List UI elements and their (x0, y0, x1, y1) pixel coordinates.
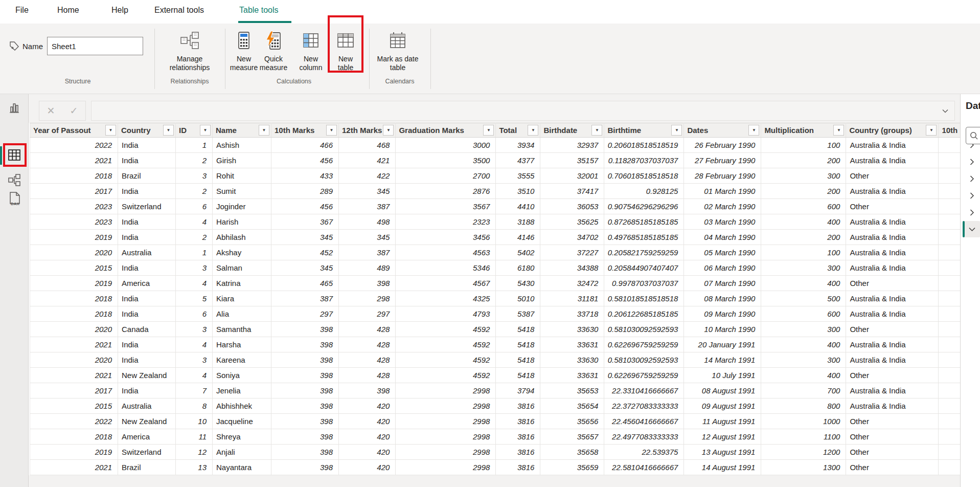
filter-dropdown-icon[interactable]: ▼ (259, 125, 269, 136)
dax-query-view-button[interactable]: DAX (8, 191, 21, 207)
filter-dropdown-icon[interactable]: ▼ (163, 125, 174, 136)
chevron-right-icon[interactable] (968, 191, 976, 200)
filter-dropdown-icon[interactable]: ▼ (105, 125, 116, 136)
group-label-calculations: Calculations (277, 78, 311, 85)
cell-country: India (118, 260, 176, 276)
filter-dropdown-icon[interactable]: ▼ (383, 125, 394, 136)
cell-id: 4 (176, 368, 213, 383)
cancel-x-icon[interactable]: ✕ (47, 106, 55, 116)
cell-multiplication: 1300 (761, 460, 846, 475)
column-header-birthtime[interactable]: Birthtime▼ (604, 123, 684, 138)
cell-multiplication: 1100 (761, 429, 846, 445)
cell-year-of-passout: 2018 (30, 168, 118, 184)
table-name-input[interactable] (47, 37, 143, 55)
cell-10th-marks: 398 (271, 414, 339, 429)
filter-dropdown-icon[interactable]: ▼ (748, 125, 759, 136)
column-header-10th-marks[interactable]: 10th Marks▼ (271, 123, 339, 138)
filter-dropdown-icon[interactable]: ▼ (833, 125, 844, 136)
column-header-12th-marks[interactable]: 12th Marks▼ (339, 123, 396, 138)
cell-graduation-marks: 2998 (396, 429, 496, 445)
chevron-right-icon[interactable] (968, 174, 976, 183)
cell-country-groups-: Other (846, 445, 939, 460)
field-list-table[interactable] (968, 187, 980, 204)
chevron-right-icon[interactable] (968, 208, 976, 216)
field-list-table-selected[interactable] (963, 221, 980, 237)
cell-birthtime: 22.3727083333333 (604, 399, 684, 414)
cell-12th-marks: 428 (339, 322, 396, 337)
filter-dropdown-icon[interactable]: ▼ (200, 125, 211, 136)
filter-dropdown-icon[interactable]: ▼ (926, 125, 937, 136)
cell-country: India (118, 214, 176, 230)
cell-multiplication: 500 (761, 291, 846, 306)
cell-dates: 07 March 1990 (684, 276, 761, 291)
cell-country: New Zealand (118, 368, 176, 383)
filter-dropdown-icon[interactable]: ▼ (671, 125, 682, 136)
cell-country: India (118, 352, 176, 368)
field-list-table[interactable] (968, 204, 980, 220)
manage-relationships-button[interactable]: Managerelationships (162, 28, 218, 72)
filter-dropdown-icon[interactable]: ▼ (483, 125, 494, 136)
column-header-year-of-passout[interactable]: Year of Passout▼ (30, 123, 118, 138)
filter-dropdown-icon[interactable]: ▼ (528, 125, 538, 136)
cell-multiplication: 400 (761, 214, 846, 230)
column-header-total[interactable]: Total▼ (496, 123, 540, 138)
cell-id: 5 (176, 291, 213, 306)
cell-total: 3188 (496, 214, 540, 230)
cell-name: Harish (213, 214, 271, 230)
cell-birthtime: 0.872685185185185 (604, 214, 684, 230)
formula-expand-chevron-icon[interactable] (941, 107, 949, 115)
cell-id: 10 (176, 414, 213, 429)
cell-birthtime: 0.205844907407407 (604, 260, 684, 276)
model-view-button[interactable] (8, 173, 21, 187)
cell-dates: 01 March 1990 (684, 184, 761, 199)
column-header-country-groups-[interactable]: Country (groups)▼ (846, 123, 939, 138)
column-header-dates[interactable]: Dates▼ (684, 123, 761, 138)
cell-birthdate: 35658 (540, 445, 604, 460)
cell-country: India (118, 153, 176, 168)
cell-10th-marks: 398 (271, 429, 339, 445)
data-pane-search-input[interactable] (966, 127, 980, 144)
cell-12th-marks: 420 (339, 399, 396, 414)
cell-birthtime: 0.581018518518518 (604, 291, 684, 306)
mark-as-date-table-button[interactable]: Mark as datetable (370, 28, 426, 72)
cell-graduation-marks: 4567 (396, 276, 496, 291)
cell-name: Kiara (213, 291, 271, 306)
tab-table-tools[interactable]: Table tools (239, 6, 279, 15)
cell-country: Switzerland (118, 445, 176, 460)
cell-10th-marks: 289 (271, 184, 339, 199)
cell-12th-marks: 398 (339, 383, 396, 399)
chevron-right-icon[interactable] (968, 158, 976, 166)
tab-help[interactable]: Help (111, 6, 128, 15)
column-header-country[interactable]: Country▼ (118, 123, 176, 138)
column-header-graduation-marks[interactable]: Graduation Marks▼ (396, 123, 496, 138)
cell-multiplication: 300 (761, 352, 846, 368)
commit-check-icon[interactable]: ✓ (70, 106, 78, 116)
column-header-birthdate[interactable]: Birthdate▼ (540, 123, 604, 138)
tab-external-tools[interactable]: External tools (154, 6, 204, 15)
table-row: 2022New Zealand10Jacqueline3984202998381… (30, 414, 971, 429)
column-header-multiplication[interactable]: Multiplication▼ (761, 123, 846, 138)
group-label-relationships: Relationships (170, 78, 209, 85)
column-header-name[interactable]: Name▼ (213, 123, 271, 138)
formula-input[interactable] (91, 101, 955, 121)
filter-dropdown-icon[interactable]: ▼ (326, 125, 337, 136)
cell-10th-marks: 398 (271, 445, 339, 460)
cell-10th-marks: 387 (271, 291, 339, 306)
cell-multiplication: 600 (761, 199, 846, 214)
cell-12th-marks: 422 (339, 168, 396, 184)
cell-birthdate: 32937 (540, 138, 604, 153)
field-list-table[interactable] (968, 170, 980, 187)
table-row: 2021India4Harsha39842845925418336310.622… (30, 337, 971, 352)
report-view-button[interactable] (8, 101, 21, 115)
column-header-id[interactable]: ID▼ (176, 123, 213, 138)
cell-birthdate: 35625 (540, 214, 604, 230)
cell-birthdate: 34702 (540, 230, 604, 245)
tab-home[interactable]: Home (57, 6, 79, 15)
field-list-table[interactable] (968, 153, 980, 170)
cell-12th-marks: 297 (339, 306, 396, 322)
filter-dropdown-icon[interactable]: ▼ (591, 125, 602, 136)
cell-total: 6180 (496, 260, 540, 276)
tab-file[interactable]: File (15, 6, 29, 15)
cell-multiplication: 800 (761, 399, 846, 414)
chevron-down-icon[interactable] (968, 225, 976, 233)
